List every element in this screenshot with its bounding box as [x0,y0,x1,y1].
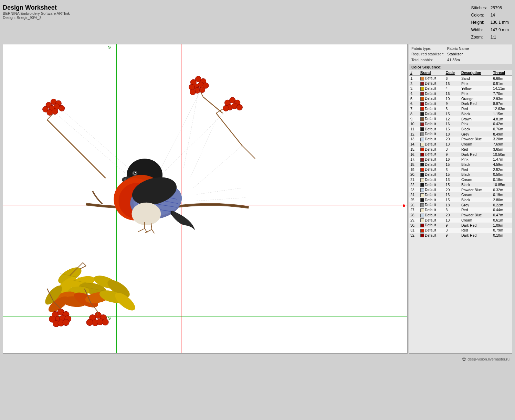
color-swatch [420,117,424,121]
row-code: 3 [445,228,460,233]
table-row: 1. Default 6 Sand 6.68m [409,76,512,81]
row-desc: Sand [460,76,492,81]
color-swatch [420,214,424,217]
row-num: 6. [409,101,419,106]
row-code: 10 [445,96,460,101]
row-code: 15 [445,127,460,132]
row-code: 15 [445,172,460,177]
svg-line-64 [152,229,155,233]
zoom-label: Zoom: [471,34,490,41]
footer-icon: ✿ [462,356,466,362]
page-title: Design Worksheet [3,4,70,11]
content-area: S S E [3,44,512,354]
svg-line-23 [216,113,242,146]
width-label: Width: [471,27,490,33]
row-num: 9. [409,116,419,121]
footer-bar: ✿ deep-vision.livemaster.ru [3,355,512,363]
color-swatch [420,173,424,177]
row-code: 20 [445,137,460,142]
row-brand: Default [419,86,445,91]
color-swatch [420,218,424,222]
row-thread: 4.59m [492,162,512,167]
table-row: 13. Default 20 Powder Blue 3.20m [409,137,512,142]
row-code: 13 [445,177,460,182]
row-desc: Red [460,207,492,213]
label-e-right: E [403,203,405,207]
col-code: Code [445,70,460,76]
row-brand: Default [419,177,445,182]
row-thread: 3.65m [492,147,512,152]
height-label: Height: [471,19,490,26]
row-thread: 12.63m [492,106,512,111]
row-brand: Default [419,121,445,127]
color-swatch [420,203,424,207]
row-desc: Cream [460,218,492,223]
row-brand: Default [419,131,445,137]
color-table-container[interactable]: # Brand Code Description Thread 1. Defau… [409,70,512,238]
svg-point-31 [223,105,229,111]
row-num: 17. [409,157,419,162]
design-label: Design: Snegir_90%_3 [3,15,70,20]
row-code: 15 [445,182,460,187]
row-desc: Red [460,147,492,152]
col-brand: Brand [419,70,445,76]
table-row: 18. Default 15 Black 4.59m [409,162,512,167]
row-thread: 6.68m [492,76,512,81]
col-thread: Thread [492,70,512,76]
row-brand: Default [419,111,445,116]
row-code: 3 [445,147,460,152]
fabric-type-label: Fabric type: [411,46,446,52]
row-brand: Default [419,76,445,81]
row-desc: Pink [460,81,492,86]
row-code: 16 [445,91,460,96]
svg-point-10 [52,109,58,115]
col-desc: Description [460,70,492,76]
table-row: 12. Default 18 Grey 8.49m [409,131,512,137]
label-s-top: S [108,45,111,49]
header-stats: Stitches: 25795 Colors: 14 Height: 136.1… [471,4,512,41]
branch-right [216,97,255,159]
row-brand: Default [419,223,445,228]
row-code: 15 [445,197,460,203]
row-num: 4. [409,91,419,96]
svg-point-32 [237,104,242,110]
stabilizer-row: Required stabilizer: Stabilizer [411,51,510,57]
row-brand: Default [419,147,445,152]
color-swatch [420,183,424,187]
row-thread: 0.18m [492,177,512,182]
svg-point-21 [199,87,205,93]
bobbin-row: Total bobbin: 41.33m [411,57,510,63]
color-swatch [420,188,424,192]
row-num: 24. [409,192,419,197]
svg-line-34 [60,108,138,176]
row-thread: 0.79m [492,228,512,233]
row-thread: 0.61m [492,218,512,223]
row-thread: 0.51m [492,81,512,86]
table-row: 15. Default 3 Red 3.65m [409,147,512,152]
table-row: 4. Default 16 Pink 7.70m [409,91,512,96]
row-brand: Default [419,152,445,157]
color-swatch [420,193,424,197]
branch-top-left [43,99,106,178]
row-code: 20 [445,213,460,218]
row-thread: 10.85m [492,182,512,187]
design-svg [10,55,292,347]
row-code: 15 [445,162,460,167]
table-row: 19. Default 3 Red 2.52m [409,167,512,172]
svg-point-22 [190,89,196,95]
row-desc: Grey [460,202,492,207]
table-row: 11. Default 15 Black 0.76m [409,127,512,132]
zoom-value: 1:1 [491,34,512,41]
row-desc: Dark Red [460,223,492,228]
autumn-leaves [42,264,138,315]
row-num: 26. [409,202,419,207]
row-num: 3. [409,86,419,91]
color-swatch [420,224,424,227]
row-thread: 1.47m [492,157,512,162]
row-thread: 0.32m [492,187,512,192]
row-thread: 2.80m [492,197,512,203]
row-code: 3 [445,167,460,172]
col-num: # [409,70,419,76]
row-brand: Default [419,213,445,218]
color-swatch [420,132,424,136]
